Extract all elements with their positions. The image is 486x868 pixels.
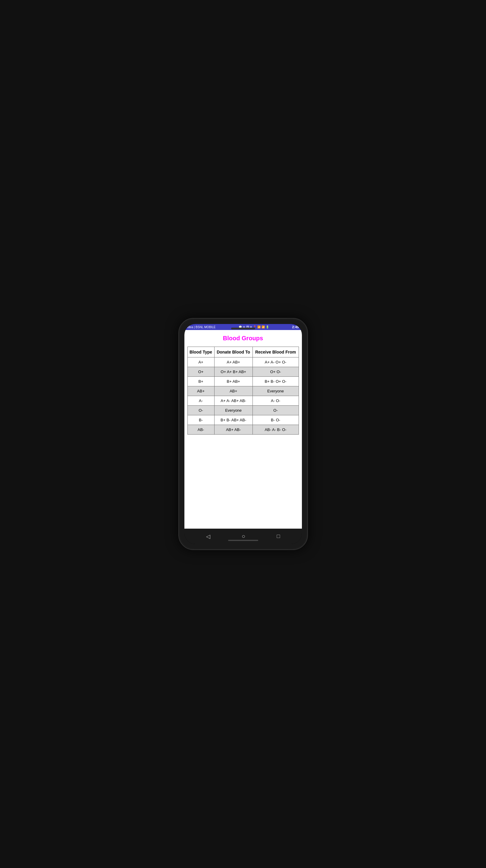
app-content: Blood Groups Blood Type Donate Blood To … bbox=[184, 330, 302, 529]
status-bar: Idea | BSNL MOBILE 💬 ✉ 🖼 ✉ 📍 📶 📶 🔋 2:45 bbox=[184, 324, 302, 330]
app-screen: Blood Groups Blood Type Donate Blood To … bbox=[184, 330, 302, 529]
cell-receive: B+ B- O+ O- bbox=[253, 377, 299, 386]
cell-receive: A+ A- O+ O- bbox=[253, 358, 299, 367]
table-row: B-B+ B- AB+ AB-B- O- bbox=[187, 415, 299, 425]
cell-donate: B+ B- AB+ AB- bbox=[214, 415, 253, 425]
table-header-row: Blood Type Donate Blood To Receive Blood… bbox=[187, 347, 299, 358]
page-title: Blood Groups bbox=[187, 335, 299, 342]
carrier-label: Idea | BSNL MOBILE bbox=[187, 326, 216, 329]
signal2-icon: 📶 bbox=[262, 326, 265, 329]
cell-donate: A+ A- AB+ AB- bbox=[214, 396, 253, 406]
cell-blood-type: AB- bbox=[187, 425, 214, 435]
cell-receive: AB- A- B- O- bbox=[253, 425, 299, 435]
cell-donate: O+ A+ B+ AB+ bbox=[214, 367, 253, 377]
cell-receive: B- O- bbox=[253, 415, 299, 425]
cell-receive: O- bbox=[253, 406, 299, 415]
email-icon: ✉ bbox=[250, 326, 252, 329]
col-receive: Receive Blood From bbox=[253, 347, 299, 358]
table-row: O+O+ A+ B+ AB+O+ O- bbox=[187, 367, 299, 377]
cell-blood-type: B- bbox=[187, 415, 214, 425]
cell-donate: AB+ AB- bbox=[214, 425, 253, 435]
cell-blood-type: B+ bbox=[187, 377, 214, 386]
signal1-icon: 📶 bbox=[257, 326, 261, 329]
cell-donate: B+ AB+ bbox=[214, 377, 253, 386]
col-donate: Donate Blood To bbox=[214, 347, 253, 358]
cell-receive: O+ O- bbox=[253, 367, 299, 377]
table-row: O-EveryoneO- bbox=[187, 406, 299, 415]
table-row: AB-AB+ AB-AB- A- B- O- bbox=[187, 425, 299, 435]
table-row: AB+AB+Everyone bbox=[187, 386, 299, 396]
sms-icon: ✉ bbox=[243, 326, 245, 329]
cell-blood-type: O- bbox=[187, 406, 214, 415]
cell-receive: A- O- bbox=[253, 396, 299, 406]
recents-button[interactable] bbox=[273, 532, 283, 541]
cell-blood-type: A+ bbox=[187, 358, 214, 367]
cell-donate: Everyone bbox=[214, 406, 253, 415]
blood-groups-table: Blood Type Donate Blood To Receive Blood… bbox=[187, 347, 299, 435]
msg-icon: 💬 bbox=[239, 326, 242, 329]
table-row: A-A+ A- AB+ AB-A- O- bbox=[187, 396, 299, 406]
cell-blood-type: AB+ bbox=[187, 386, 214, 396]
cell-blood-type: O+ bbox=[187, 367, 214, 377]
time-label: 2:45 bbox=[292, 325, 299, 329]
gallery-icon: 🖼 bbox=[246, 326, 249, 329]
phone-device: Idea | BSNL MOBILE 💬 ✉ 🖼 ✉ 📍 📶 📶 🔋 2:45 … bbox=[179, 318, 308, 550]
cell-donate: AB+ bbox=[214, 386, 253, 396]
home-button[interactable] bbox=[239, 532, 248, 541]
cell-donate: A+ AB+ bbox=[214, 358, 253, 367]
status-icons: 💬 ✉ 🖼 ✉ 📍 📶 📶 🔋 bbox=[239, 326, 269, 329]
battery-icon: 🔋 bbox=[266, 326, 269, 329]
cell-receive: Everyone bbox=[253, 386, 299, 396]
phone-screen-area: Idea | BSNL MOBILE 💬 ✉ 🖼 ✉ 📍 📶 📶 🔋 2:45 … bbox=[184, 324, 302, 544]
table-row: A+A+ AB+A+ A- O+ O- bbox=[187, 358, 299, 367]
col-blood-type: Blood Type bbox=[187, 347, 214, 358]
table-row: B+B+ AB+B+ B- O+ O- bbox=[187, 377, 299, 386]
nav-bar bbox=[184, 529, 302, 544]
location-icon: 📍 bbox=[253, 326, 256, 329]
cell-blood-type: A- bbox=[187, 396, 214, 406]
back-button[interactable] bbox=[203, 532, 213, 541]
